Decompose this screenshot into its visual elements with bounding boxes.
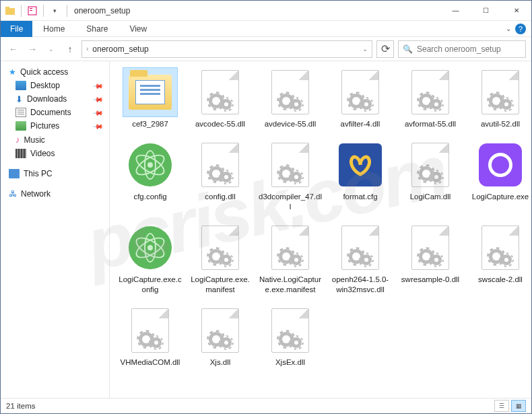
generic-file-icon bbox=[201, 308, 239, 353]
generic-file-icon bbox=[341, 70, 379, 114]
file-item[interactable]: swscale-2.dll bbox=[468, 223, 531, 294]
file-item[interactable]: swresample-0.dll bbox=[398, 223, 463, 294]
sidebar-this-pc[interactable]: This PC bbox=[1, 167, 109, 180]
sidebar-item-pictures[interactable]: Pictures📌 bbox=[1, 119, 109, 133]
qat-dropdown-icon[interactable]: ▾ bbox=[49, 5, 60, 16]
refresh-button[interactable]: ⟳ bbox=[376, 40, 394, 58]
star-icon: ★ bbox=[9, 67, 16, 77]
download-icon: ⬇ bbox=[15, 95, 23, 104]
file-item[interactable]: Xjs.dll bbox=[188, 306, 253, 367]
file-item[interactable]: LogiCapture.exe bbox=[468, 141, 531, 211]
sidebar-item-label: Videos bbox=[30, 149, 55, 158]
sidebar-item-documents[interactable]: Documents📌 bbox=[1, 106, 109, 119]
pin-icon: 📌 bbox=[93, 107, 104, 118]
icons-view-button[interactable]: ▦ bbox=[511, 400, 526, 412]
ribbon-expand-icon[interactable]: ⌄ bbox=[502, 25, 515, 32]
file-name: swresample-0.dll bbox=[401, 275, 459, 284]
logicapture-icon bbox=[479, 143, 522, 186]
tab-home[interactable]: Home bbox=[32, 21, 75, 37]
svg-rect-0 bbox=[5, 8, 15, 15]
file-name: openh264-1.5.0-win32msvc.dll bbox=[328, 275, 393, 294]
desktop-icon bbox=[15, 81, 26, 90]
file-name: LogiCapture.exe.manifest bbox=[188, 275, 253, 294]
file-item[interactable]: d3dcompiler_47.dll bbox=[258, 141, 323, 211]
tab-view[interactable]: View bbox=[119, 21, 158, 37]
address-bar[interactable]: › oneroom_setup ⌄ bbox=[81, 40, 372, 58]
svg-rect-4 bbox=[30, 10, 32, 11]
file-item[interactable]: openh264-1.5.0-win32msvc.dll bbox=[328, 223, 393, 294]
generic-file-icon bbox=[201, 70, 239, 114]
file-tab[interactable]: File bbox=[1, 21, 32, 37]
file-item[interactable]: Native.LogiCapture.exe.manifest bbox=[258, 223, 323, 294]
maximize-button[interactable]: ☐ bbox=[471, 1, 501, 20]
file-name: swscale-2.dll bbox=[478, 275, 523, 284]
network-icon: 🖧 bbox=[9, 189, 17, 199]
file-item[interactable]: config.dll bbox=[188, 141, 253, 211]
close-button[interactable]: ✕ bbox=[501, 1, 531, 20]
sidebar-item-label: Desktop bbox=[30, 81, 60, 90]
titlebar: ▾ oneroom_setup — ☐ ✕ bbox=[1, 1, 531, 21]
up-button[interactable]: ↑ bbox=[63, 42, 77, 57]
sidebar-item-videos[interactable]: Videos bbox=[1, 147, 109, 160]
sidebar-label: This PC bbox=[24, 169, 53, 178]
breadcrumb-segment[interactable]: oneroom_setup bbox=[92, 44, 148, 54]
ribbon: File Home Share View ⌄ ? bbox=[1, 21, 531, 37]
minimize-button[interactable]: — bbox=[440, 1, 471, 20]
search-box[interactable]: 🔍 bbox=[398, 40, 526, 58]
recent-dropdown-icon[interactable]: ⌄ bbox=[44, 42, 59, 57]
file-item[interactable]: avutil-52.dll bbox=[468, 68, 531, 129]
generic-file-icon bbox=[481, 70, 519, 114]
file-item[interactable]: cfg.config bbox=[118, 141, 182, 211]
sidebar-item-music[interactable]: ♪Music bbox=[1, 133, 109, 147]
back-button[interactable]: ← bbox=[6, 42, 21, 57]
search-icon: 🔍 bbox=[403, 44, 413, 54]
generic-file-icon bbox=[271, 143, 309, 187]
details-view-button[interactable]: ☰ bbox=[494, 400, 509, 412]
window-title: oneroom_setup bbox=[70, 6, 130, 15]
chevron-down-icon[interactable]: ⌄ bbox=[362, 45, 368, 53]
file-item[interactable]: avcodec-55.dll bbox=[188, 68, 253, 129]
file-item[interactable]: XjsEx.dll bbox=[258, 306, 323, 367]
file-item[interactable]: LogiCapture.exe.manifest bbox=[188, 223, 253, 294]
file-item[interactable]: avfilter-4.dll bbox=[328, 68, 393, 129]
file-item[interactable]: LogiCam.dll bbox=[398, 141, 463, 211]
generic-file-icon bbox=[201, 226, 239, 270]
navbar: ← → ⌄ ↑ › oneroom_setup ⌄ ⟳ 🔍 bbox=[1, 37, 531, 61]
help-icon[interactable]: ? bbox=[515, 24, 526, 34]
generic-file-icon bbox=[271, 226, 309, 270]
file-name: avformat-55.dll bbox=[405, 119, 456, 129]
search-input[interactable] bbox=[417, 44, 521, 54]
status-item-count: 21 items bbox=[6, 402, 35, 410]
file-item[interactable]: cef3_2987 bbox=[118, 68, 182, 129]
file-item[interactable]: format.cfg bbox=[328, 141, 393, 211]
pin-icon: 📌 bbox=[93, 80, 104, 91]
sidebar: ★ Quick access Desktop📌 ⬇Downloads📌 Docu… bbox=[1, 61, 110, 399]
sidebar-item-label: Pictures bbox=[30, 121, 59, 131]
sidebar-network[interactable]: 🖧Network bbox=[1, 187, 109, 201]
file-item[interactable]: LogiCapture.exe.config bbox=[118, 223, 182, 294]
generic-file-icon bbox=[201, 143, 239, 187]
file-pane[interactable]: cef3_2987avcodec-55.dllavdevice-55.dllav… bbox=[110, 61, 531, 399]
atom-icon bbox=[129, 226, 172, 269]
file-name: avfilter-4.dll bbox=[341, 119, 380, 129]
tab-share[interactable]: Share bbox=[75, 21, 119, 37]
file-item[interactable]: VHMediaCOM.dll bbox=[118, 306, 182, 367]
file-name: Native.LogiCapture.exe.manifest bbox=[258, 275, 323, 294]
properties-icon[interactable] bbox=[27, 5, 38, 16]
sidebar-item-desktop[interactable]: Desktop📌 bbox=[1, 79, 109, 92]
generic-file-icon bbox=[341, 226, 379, 270]
documents-icon bbox=[15, 108, 26, 117]
file-name: avcodec-55.dll bbox=[195, 119, 245, 129]
sidebar-item-downloads[interactable]: ⬇Downloads📌 bbox=[1, 92, 109, 106]
sidebar-label: Quick access bbox=[20, 67, 68, 77]
status-bar: 21 items ☰ ▦ bbox=[1, 398, 531, 413]
file-name: format.cfg bbox=[343, 192, 377, 201]
file-item[interactable]: avdevice-55.dll bbox=[258, 68, 323, 129]
file-item[interactable]: avformat-55.dll bbox=[398, 68, 463, 129]
separator bbox=[21, 5, 22, 17]
sidebar-quick-access[interactable]: ★ Quick access bbox=[1, 65, 109, 79]
separator bbox=[67, 5, 67, 17]
separator bbox=[43, 5, 44, 17]
forward-button[interactable]: → bbox=[25, 42, 40, 57]
file-name: cfg.config bbox=[133, 192, 166, 201]
